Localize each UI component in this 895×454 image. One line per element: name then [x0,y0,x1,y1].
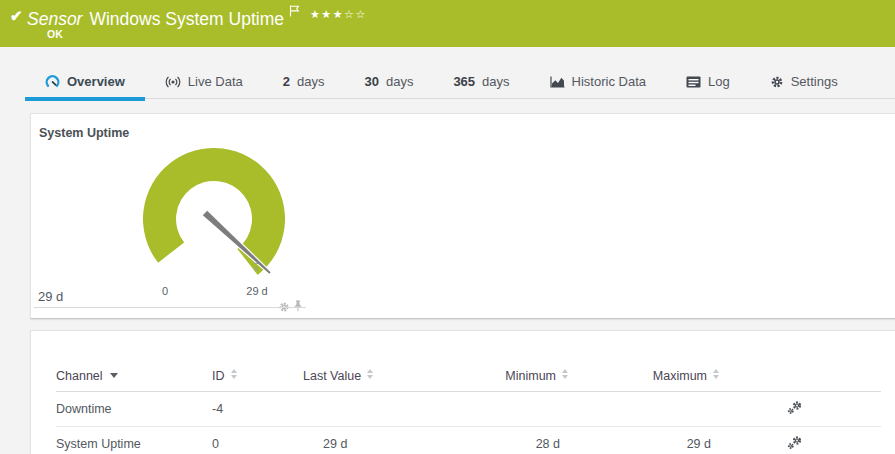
sort-desc-icon [110,373,118,378]
status-badge: OK [47,28,63,40]
sensor-header: ✔ SensorWindows System Uptime★★★☆☆ OK [0,0,895,47]
tab-2-days[interactable]: 2 days [263,65,345,98]
column-header-maximum[interactable]: Maximum [568,367,719,392]
sensor-type-label: Sensor [27,9,82,29]
table-header-row: Channel ID Last Value Minimum Maximum [56,367,881,392]
gauge-footer-divider [34,307,306,308]
table-row: Downtime -4 [56,392,881,427]
tab-label: Log [708,74,730,89]
priority-stars[interactable]: ★★★☆☆ [310,8,367,20]
gauge-scale-min: 0 [155,285,175,297]
channel-settings-gears-icon[interactable] [787,400,803,415]
tab-label: days [297,74,324,89]
historic-data-icon [550,75,565,88]
cell-maximum: 29 d [568,427,719,454]
tab-label: Live Data [188,74,243,89]
tab-label: Settings [791,74,838,89]
tab-label: days [386,74,413,89]
column-header-channel[interactable]: Channel [56,367,212,392]
cell-minimum: 28 d [433,427,568,454]
status-check-icon: ✔ [10,7,23,25]
tab-historic-data[interactable]: Historic Data [530,65,666,98]
cell-last-value: 29 d [303,427,433,454]
gauge-panel: System Uptime x 0 29 d 29 d [30,113,895,319]
channel-settings-gears-icon[interactable] [787,435,803,450]
tab-label: days [482,74,509,89]
gauge-arc [143,148,285,275]
panel-title: System Uptime [39,126,129,140]
gauge-icon [45,74,60,89]
sort-icons [713,369,719,379]
channel-table: Channel ID Last Value Minimum Maximum Do… [56,367,881,454]
priority-stars-empty: ☆☆ [344,8,367,20]
favorite-flag-icon[interactable] [289,5,300,17]
gauge-scale-max: 29 d [237,285,277,297]
gauge-current-value: 29 d [38,289,63,304]
gear-icon [770,75,784,89]
cell-minimum [433,392,568,427]
priority-stars-filled: ★★★ [310,8,344,20]
tab-number: 365 [453,74,475,89]
tab-overview[interactable]: Overview [25,65,145,98]
tab-30-days[interactable]: 30 days [344,65,433,98]
tab-log[interactable]: Log [666,65,750,98]
tab-365-days[interactable]: 365 days [433,65,529,98]
cell-last-value [303,392,433,427]
sort-icons [231,369,237,379]
tab-label: Historic Data [572,74,646,89]
cell-settings [719,392,811,427]
cell-channel[interactable]: Downtime [56,392,212,427]
cell-id: 0 [212,427,303,454]
tab-bar: Overview Live Data 2 days 30 days 365 da… [25,65,895,99]
sensor-title-line: SensorWindows System Uptime★★★☆☆ [27,5,367,30]
live-data-icon [165,75,181,89]
sensor-title: Windows System Uptime [89,9,284,29]
cell-settings [719,427,811,454]
gauge-mini-marker: x [254,264,258,273]
sort-icons [367,369,373,379]
cell-maximum [568,392,719,427]
tab-number: 2 [283,74,290,89]
cell-channel[interactable]: System Uptime [56,427,212,454]
column-header-last-value[interactable]: Last Value [303,367,433,392]
column-header-minimum[interactable]: Minimum [433,367,568,392]
column-header-id[interactable]: ID [212,367,303,392]
column-header-settings [719,367,811,392]
uptime-gauge [134,139,294,299]
log-icon [686,76,701,88]
tab-live-data[interactable]: Live Data [145,65,263,98]
tab-number: 30 [364,74,378,89]
sort-icons [562,369,568,379]
tab-settings[interactable]: Settings [750,65,858,98]
cell-id: -4 [212,392,303,427]
channel-table-panel: Channel ID Last Value Minimum Maximum Do… [30,330,895,454]
table-row: System Uptime 0 29 d 28 d 29 d [56,427,881,454]
tab-label: Overview [67,74,125,89]
